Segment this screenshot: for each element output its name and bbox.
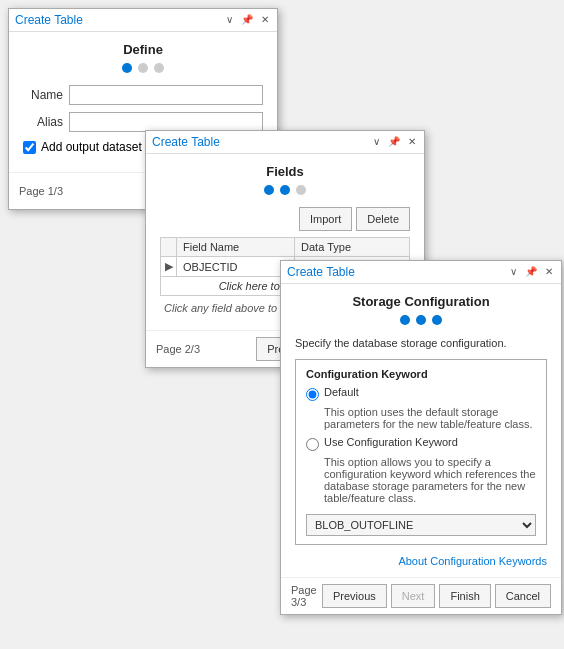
storage-stepper (295, 315, 547, 325)
pin-btn-3[interactable]: 📌 (523, 267, 539, 277)
step-dot-1 (122, 63, 132, 73)
titlebar-controls-2: ∨ 📌 ✕ (371, 137, 418, 147)
step-dot-2 (138, 63, 148, 73)
storage-step-dot-3 (432, 315, 442, 325)
radio-keyword-desc: This option allows you to specify a conf… (324, 456, 536, 504)
alias-row: Alias (23, 112, 263, 132)
dialog-storage-body: Storage Configuration Specify the databa… (281, 284, 561, 577)
pin-btn-2[interactable]: 📌 (386, 137, 402, 147)
storage-description: Specify the database storage configurati… (295, 337, 547, 349)
dialog-storage-footer: Page 3/3 Previous Next Finish Cancel (281, 577, 561, 614)
radio-default-desc: This option uses the default storage par… (324, 406, 536, 430)
close-btn-2[interactable]: ✕ (406, 137, 418, 147)
dialog-fields-titlebar: Create Table ∨ 📌 ✕ (146, 131, 424, 154)
fields-toolbar: Import Delete (160, 207, 410, 231)
cancel-btn-3[interactable]: Cancel (495, 584, 551, 608)
name-input[interactable] (69, 85, 263, 105)
page-label-3: Page 3/3 (291, 584, 318, 608)
minimize-btn-2[interactable]: ∨ (371, 137, 382, 147)
titlebar-controls-3: ∨ 📌 ✕ (508, 267, 555, 277)
config-group: Configuration Keyword Default This optio… (295, 359, 547, 545)
col-data-type: Data Type (295, 238, 410, 257)
delete-btn[interactable]: Delete (356, 207, 410, 231)
import-btn[interactable]: Import (299, 207, 352, 231)
add-output-label: Add output dataset (41, 140, 142, 154)
radio-default-label: Default (324, 386, 359, 398)
radio-default[interactable]: Default (306, 386, 536, 401)
fields-step-dot-2 (280, 185, 290, 195)
name-row: Name (23, 85, 263, 105)
step-dot-3 (154, 63, 164, 73)
storage-step-dot-1 (400, 315, 410, 325)
dialog-storage-titlebar: Create Table ∨ 📌 ✕ (281, 261, 561, 284)
define-stepper (23, 63, 263, 73)
page-label-2: Page 2/3 (156, 343, 200, 355)
fields-header-row: Field Name Data Type (161, 238, 410, 257)
dialog-storage-title: Create Table (287, 265, 355, 279)
fields-section-title: Fields (160, 164, 410, 179)
add-output-checkbox[interactable] (23, 141, 36, 154)
radio-keyword-label: Use Configuration Keyword (324, 436, 458, 448)
dialog-define-title: Create Table (15, 13, 83, 27)
config-group-title: Configuration Keyword (306, 368, 536, 380)
define-section-title: Define (23, 42, 263, 57)
fields-step-dot-3 (296, 185, 306, 195)
name-label: Name (23, 88, 63, 102)
config-keyword-select[interactable]: BLOB_OUTOFLINE (306, 514, 536, 536)
fields-step-dot-1 (264, 185, 274, 195)
next-btn-3[interactable]: Next (391, 584, 436, 608)
row-indicator: ▶ (161, 257, 177, 277)
close-btn-1[interactable]: ✕ (259, 15, 271, 25)
col-indicator (161, 238, 177, 257)
fields-stepper (160, 185, 410, 195)
finish-btn-3[interactable]: Finish (439, 584, 490, 608)
dialog-fields-title: Create Table (152, 135, 220, 149)
col-field-name: Field Name (177, 238, 295, 257)
dialog-storage: Create Table ∨ 📌 ✕ Storage Configuration… (280, 260, 562, 615)
pin-btn-1[interactable]: 📌 (239, 15, 255, 25)
about-keywords-link[interactable]: About Configuration Keywords (295, 555, 547, 567)
storage-section-title: Storage Configuration (295, 294, 547, 309)
titlebar-controls-1: ∨ 📌 ✕ (224, 15, 271, 25)
radio-keyword-input[interactable] (306, 438, 319, 451)
dialog-define-titlebar: Create Table ∨ 📌 ✕ (9, 9, 277, 32)
alias-label: Alias (23, 115, 63, 129)
alias-input[interactable] (69, 112, 263, 132)
minimize-btn-1[interactable]: ∨ (224, 15, 235, 25)
minimize-btn-3[interactable]: ∨ (508, 267, 519, 277)
close-btn-3[interactable]: ✕ (543, 267, 555, 277)
radio-keyword[interactable]: Use Configuration Keyword (306, 436, 536, 451)
field-name-cell: OBJECTID (177, 257, 295, 277)
page-label-1: Page 1/3 (19, 185, 63, 197)
storage-step-dot-2 (416, 315, 426, 325)
radio-default-input[interactable] (306, 388, 319, 401)
previous-btn-3[interactable]: Previous (322, 584, 387, 608)
